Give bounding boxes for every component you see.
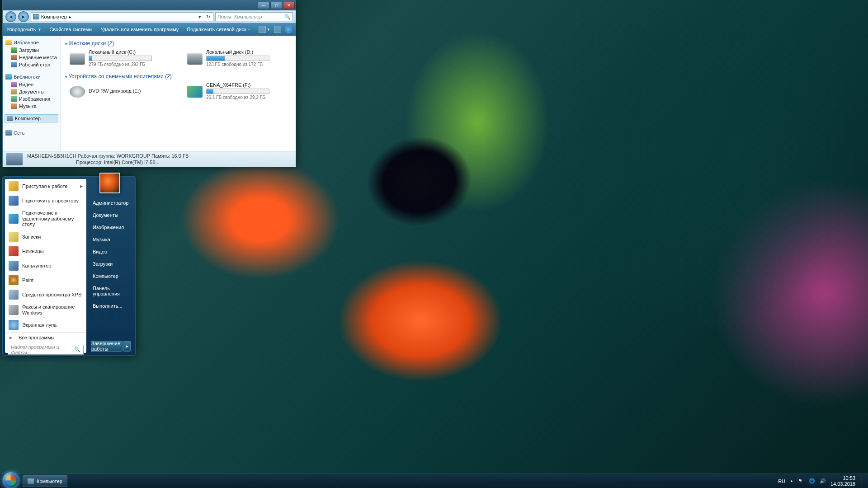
user-picture[interactable] [99,173,120,193]
help-icon[interactable] [285,26,292,33]
nav-downloads[interactable]: Загрузки [5,47,58,54]
start-button[interactable] [3,472,19,488]
preview-pane-icon[interactable] [274,26,281,33]
shutdown-button[interactable]: Завершение работы [91,341,123,352]
nav-network[interactable]: Сеть [5,129,58,137]
forward-button[interactable]: ► [18,11,29,22]
sm-calc[interactable]: Калькулятор [5,258,86,273]
drive-d[interactable]: Локальный диск (D:) 123 ГБ свободно из 1… [187,49,291,67]
start-places-list: Администратор Документы Изображения Музы… [86,177,135,355]
usage-bar [207,89,213,94]
hdd-icon [187,53,203,65]
sm-snip[interactable]: Ножницы [5,244,86,258]
images-icon [11,96,17,102]
drive-f[interactable]: CENA_X64FRE (F:) 26,1 ГБ свободно из 29,… [187,82,291,100]
sm-all-programs[interactable]: ▶Все программы [5,332,86,343]
library-icon [5,74,12,80]
organize-button[interactable]: Упорядочить [6,27,36,32]
system-properties-button[interactable]: Свойства системы [49,27,92,32]
network-tray-icon[interactable]: 🌐 [809,478,815,484]
breadcrumb-text: Компьютер [41,14,67,19]
volume-icon[interactable]: 🔊 [820,478,826,484]
sr-control-panel[interactable]: Панель управления [91,285,131,297]
close-button[interactable]: ✕ [283,2,295,9]
details-line1: MASHEEN-SB3H1CH Рабочая группа: WORKGROU… [27,153,189,159]
computer-icon [33,14,39,19]
sticky-notes-icon [9,232,19,242]
nav-images[interactable]: Изображения [5,95,58,103]
computer-large-icon [6,153,23,165]
view-icon[interactable] [259,26,266,33]
taskbar-app-computer[interactable]: Компьютер [23,475,67,487]
category-hdd[interactable]: Жесткие диски (2) [65,40,291,47]
sr-music[interactable]: Музыка [91,236,131,243]
refresh-icon[interactable]: ↻ [205,14,211,20]
usb-icon [187,86,203,98]
sm-projector[interactable]: Подключить к проектору [5,193,86,208]
search-icon: 🔍 [74,347,80,352]
dvd-icon [70,86,85,98]
sr-user[interactable]: Администратор [91,199,131,206]
clock[interactable]: 10:53 14.03.2018 [830,475,855,487]
xps-viewer-icon [9,290,19,300]
calculator-icon [9,261,19,271]
downloads-icon [11,47,17,53]
wallpaper-flower [217,172,624,443]
nav-desktop[interactable]: Рабочий стол [5,61,58,68]
arrow-icon: ▶ [9,336,12,340]
sm-notes[interactable]: Записки [5,230,86,244]
drive-e[interactable]: DVD RW дисковод (E:) [70,82,174,100]
tray-arrow-icon[interactable]: ▲ [790,479,793,483]
uninstall-program-button[interactable]: Удалить или изменить программу [100,27,179,32]
sm-faxscan[interactable]: Факсы и сканирование Windows [5,302,86,318]
sr-images[interactable]: Изображения [91,224,131,231]
nav-favorites[interactable]: Избранное [5,38,58,47]
breadcrumb[interactable]: Компьютер ▸ ▾ ↻ [31,12,213,21]
sr-video[interactable]: Видео [91,248,131,255]
action-center-icon[interactable]: ⚑ [798,478,804,484]
nav-recent[interactable]: Недавние места [5,54,58,61]
snipping-tool-icon [9,246,19,256]
address-dropdown-icon[interactable]: ▾ [197,14,203,20]
map-drive-button[interactable]: Подключить сетевой диск [187,27,246,32]
start-search-input[interactable]: Найти программы и файлы 🔍 [8,345,84,355]
minimize-button[interactable]: — [258,2,269,9]
maximize-button[interactable]: ◻ [270,2,282,9]
sm-magnifier[interactable]: Экранная лупа [5,318,86,332]
titlebar[interactable]: — ◻ ✕ [3,0,296,10]
details-line2: Процессор: Intel(R) Core(TM) i7-58... [27,159,189,165]
navigation-pane: Избранное Загрузки Недавние места Рабочи… [3,36,61,151]
projector-icon [9,196,19,206]
back-button[interactable]: ◄ [5,11,16,22]
sm-getting-started[interactable]: Приступая к работе▶ [5,179,86,193]
sm-xps[interactable]: Средство просмотра XPS [5,287,86,302]
category-removable[interactable]: Устройства со съемными носителями (2) [65,73,291,80]
sm-remote[interactable]: Подключение к удаленному рабочему столу [5,208,86,230]
sr-computer[interactable]: Компьютер [91,272,131,280]
sr-run[interactable]: Выполнить... [91,302,131,310]
usage-bar [207,56,225,61]
magnifier-icon [9,320,19,330]
nav-video[interactable]: Видео [5,81,58,88]
shutdown-options-button[interactable]: ▶ [123,341,131,352]
nav-documents[interactable]: Документы [5,88,58,95]
search-input[interactable]: Поиск: Компьютер 🔍 [215,12,293,21]
fax-scan-icon [9,305,19,315]
paint-icon [9,275,19,285]
music-icon [11,103,17,109]
hdd-icon [70,53,85,65]
sr-documents[interactable]: Документы [91,211,131,219]
nav-libraries[interactable]: Библиотеки [5,73,58,81]
show-desktop-button[interactable] [862,475,865,488]
explorer-window: — ◻ ✕ ◄ ► Компьютер ▸ ▾ ↻ Поиск: Компьют… [2,0,296,167]
getting-started-icon [9,181,19,191]
nav-music[interactable]: Музыка [5,103,58,110]
network-icon [5,130,12,136]
usage-bar [89,56,92,61]
sr-downloads[interactable]: Загрузки [91,260,131,267]
language-indicator[interactable]: RU [778,479,785,484]
sm-paint[interactable]: Paint [5,273,86,287]
nav-computer[interactable]: Компьютер [5,114,58,122]
recent-icon [11,55,17,60]
drive-c[interactable]: Локальный диск (C:) 279 ГБ свободно из 2… [70,49,174,67]
